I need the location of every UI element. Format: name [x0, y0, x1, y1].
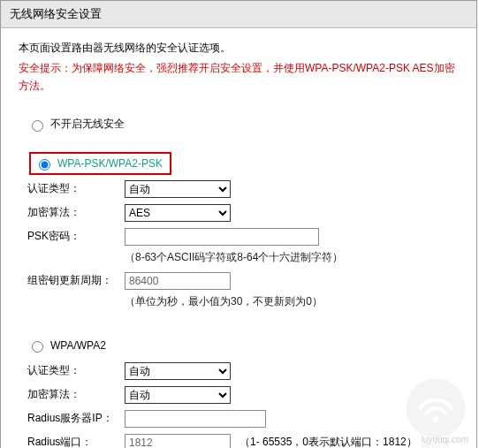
select-cipher-wpa[interactable]: 自动 [125, 386, 231, 404]
field-cipher-psk: 加密算法： AES [27, 202, 459, 224]
field-auth-type-wpa: 认证类型： 自动 [27, 361, 459, 382]
select-cipher-psk[interactable]: AES [125, 204, 231, 222]
field-cipher-wpa: 加密算法： 自动 [27, 384, 459, 406]
input-psk-password[interactable] [125, 228, 319, 246]
radio-wpa-psk[interactable] [39, 159, 50, 171]
hint-rekey-psk: （单位为秒，最小值为30，不更新则为0） [125, 294, 459, 309]
label-rekey: 组密钥更新周期： [27, 273, 125, 288]
radio-wpa-psk-label: WPA-PSK/WPA2-PSK [57, 157, 163, 170]
label-auth-type-wpa: 认证类型： [27, 363, 125, 378]
input-radius-ip[interactable] [125, 410, 266, 428]
security-warning: 安全提示：为保障网络安全，强烈推荐开启安全设置，并使用WPA-PSK/WPA2-… [19, 59, 459, 95]
field-auth-type-psk: 认证类型： 自动 [27, 178, 459, 200]
label-radius-ip: Radius服务器IP： [27, 411, 125, 426]
select-auth-type-psk[interactable]: 自动 [125, 180, 231, 198]
field-radius-ip: Radius服务器IP： [27, 408, 459, 429]
label-cipher: 加密算法： [27, 205, 125, 220]
panel-content: 本页面设置路由器无线网络的安全认证选项。 安全提示：为保障网络安全，强烈推荐开启… [1, 28, 476, 448]
radio-row-wpa: WPA/WPA2 [27, 336, 459, 355]
highlight-wpa-psk: WPA-PSK/WPA2-PSK [29, 152, 171, 175]
hint-radius-port: （1- 65535，0表示默认端口：1812） [240, 435, 417, 448]
field-psk-password: PSK密码： [27, 226, 459, 247]
label-cipher-wpa: 加密算法： [27, 387, 125, 402]
radio-disable-security[interactable] [32, 120, 43, 132]
radio-row-disable: 不开启无线安全 [27, 115, 459, 134]
field-radius-port: Radius端口： （1- 65535，0表示默认端口：1812） [27, 432, 459, 448]
panel-title: 无线网络安全设置 [1, 1, 476, 28]
label-auth-type: 认证类型： [27, 181, 125, 196]
radio-wpa-label: WPA/WPA2 [50, 339, 106, 352]
radio-disable-label: 不开启无线安全 [50, 117, 125, 132]
intro-text: 本页面设置路由器无线网络的安全认证选项。 [19, 41, 459, 56]
select-auth-type-wpa[interactable]: 自动 [125, 362, 231, 380]
input-radius-port[interactable] [125, 434, 231, 448]
label-radius-port: Radius端口： [27, 435, 125, 448]
settings-panel: 无线网络安全设置 本页面设置路由器无线网络的安全认证选项。 安全提示：为保障网络… [0, 0, 477, 448]
field-rekey-psk: 组密钥更新周期： [27, 270, 459, 292]
radio-row-wpa-psk: WPA-PSK/WPA2-PSK [24, 154, 459, 173]
radio-wpa[interactable] [32, 341, 43, 353]
label-psk: PSK密码： [27, 229, 125, 244]
input-rekey-psk[interactable] [125, 272, 231, 290]
hint-psk: （8-63个ASCII码字符或8-64个十六进制字符） [125, 250, 459, 265]
